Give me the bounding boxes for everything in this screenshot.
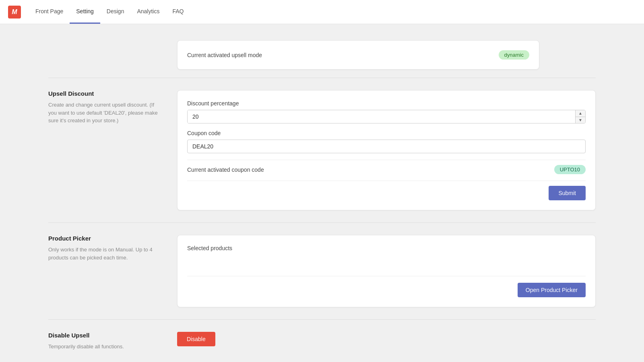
submit-button[interactable]: Submit xyxy=(549,186,586,200)
discount-percentage-input-wrapper: ▲ ▼ xyxy=(187,110,586,123)
selected-products-label: Selected products xyxy=(187,245,586,251)
upsell-mode-badge: dynamic xyxy=(499,50,529,60)
product-picker-description: Only works if the mode is on Manual. Up … xyxy=(48,246,161,261)
main-content: Current activated upsell mode dynamic Up… xyxy=(40,24,604,362)
upsell-discount-heading: Upsell Discount xyxy=(48,90,161,97)
disable-upsell-heading: Disable Upsell xyxy=(48,332,161,339)
upsell-discount-card: Discount percentage ▲ ▼ Coupon code xyxy=(177,90,596,210)
disable-upsell-left: Disable Upsell Temporarily disable all f… xyxy=(48,332,177,351)
card-divider-2 xyxy=(187,181,586,181)
upsell-discount-section: Upsell Discount Create and change curren… xyxy=(40,78,604,222)
product-picker-section: Product Picker Only works if the mode is… xyxy=(40,223,604,319)
current-coupon-row: Current activated coupon code UPTO10 xyxy=(187,165,586,174)
discount-percentage-input[interactable] xyxy=(188,110,575,123)
upsell-mode-label: Current activated upsell mode xyxy=(187,52,262,58)
spinner-down-button[interactable]: ▼ xyxy=(576,117,585,123)
product-picker-heading: Product Picker xyxy=(48,235,161,242)
disable-upsell-description: Temporarily disable all functions. xyxy=(48,343,161,351)
nav-item-front-page[interactable]: Front Page xyxy=(29,0,70,24)
current-coupon-label: Current activated coupon code xyxy=(187,167,264,173)
coupon-code-group: Coupon code xyxy=(187,130,586,153)
nav-item-analytics[interactable]: Analytics xyxy=(130,0,166,24)
product-picker-left: Product Picker Only works if the mode is… xyxy=(48,235,177,307)
upsell-discount-description: Create and change current upsell discoun… xyxy=(48,101,161,125)
open-product-picker-button[interactable]: Open Product Picker xyxy=(518,283,586,297)
product-picker-card: Selected products Open Product Picker xyxy=(177,235,596,307)
upsell-discount-left: Upsell Discount Create and change curren… xyxy=(48,90,177,210)
spinner-up-button[interactable]: ▲ xyxy=(576,110,585,117)
discount-percentage-group: Discount percentage ▲ ▼ xyxy=(187,100,586,123)
coupon-code-input[interactable] xyxy=(187,140,586,153)
submit-row: Submit xyxy=(187,186,586,200)
nav-item-faq[interactable]: FAQ xyxy=(166,0,190,24)
nav-item-design[interactable]: Design xyxy=(100,0,131,24)
product-picker-right: Selected products Open Product Picker xyxy=(177,235,596,307)
header: M Front Page Setting Design Analytics FA… xyxy=(0,0,644,24)
selected-products-area xyxy=(187,256,586,276)
card-divider-1 xyxy=(187,160,586,160)
discount-percentage-label: Discount percentage xyxy=(187,100,586,107)
disable-upsell-right: Disable xyxy=(177,332,596,351)
coupon-code-label: Coupon code xyxy=(187,130,586,136)
current-coupon-badge: UPTO10 xyxy=(554,165,586,174)
upsell-discount-right: Discount percentage ▲ ▼ Coupon code xyxy=(177,90,596,210)
logo: M xyxy=(8,6,21,19)
nav-item-setting[interactable]: Setting xyxy=(70,0,100,24)
upsell-mode-row: Current activated upsell mode dynamic xyxy=(187,50,529,60)
disable-upsell-section: Disable Upsell Temporarily disable all f… xyxy=(40,320,604,362)
upsell-mode-section: Current activated upsell mode dynamic xyxy=(40,32,604,78)
product-picker-button-row: Open Product Picker xyxy=(187,283,586,297)
navigation: Front Page Setting Design Analytics FAQ xyxy=(29,0,190,24)
spinner-buttons: ▲ ▼ xyxy=(575,110,585,123)
disable-button[interactable]: Disable xyxy=(177,332,215,346)
